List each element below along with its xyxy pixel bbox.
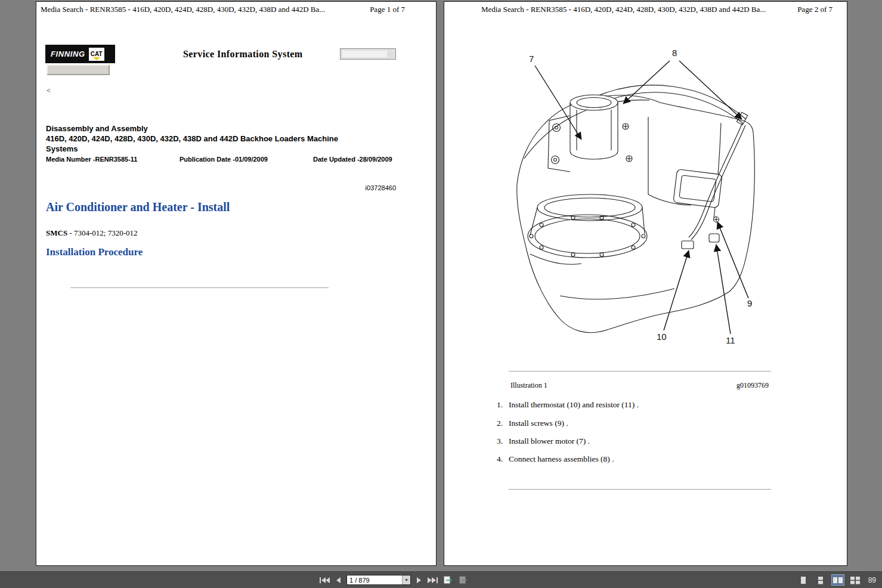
document-id: i03728460 bbox=[366, 184, 396, 191]
thermostat-part bbox=[682, 241, 694, 249]
previous-view-button[interactable] bbox=[443, 575, 453, 584]
next-view-button[interactable] bbox=[459, 575, 469, 584]
step-item-1: 1. Install thermostat (10) and resistor … bbox=[497, 400, 639, 410]
horizontal-rule bbox=[70, 287, 329, 288]
svg-text:10: 10 bbox=[657, 332, 667, 342]
cat-logo: CAT bbox=[89, 48, 104, 61]
publication-date: Publication Date -01/09/2009 bbox=[180, 156, 268, 163]
viewer-toolbar: ▾ 89 bbox=[0, 571, 882, 588]
finning-logo-text: FINNING bbox=[51, 49, 85, 58]
procedure-title: Installation Procedure bbox=[46, 246, 143, 258]
svg-text:9: 9 bbox=[747, 298, 752, 308]
illustration-label: Illustration 1 bbox=[510, 381, 547, 390]
last-page-button[interactable] bbox=[428, 577, 438, 584]
next-page-button[interactable] bbox=[416, 577, 422, 584]
cat-triangle-icon bbox=[93, 57, 100, 60]
single-page-view-button[interactable] bbox=[797, 575, 809, 585]
step-number: 1. bbox=[497, 400, 509, 410]
smcs-codes: - 7304-012; 7320-012 bbox=[67, 228, 137, 237]
step-text: Install blower motor (7) . bbox=[509, 437, 590, 446]
step-text: Connect harness assemblies (8) . bbox=[509, 454, 614, 464]
callout-11: 11 bbox=[716, 245, 735, 345]
page-1-header: Media Search - RENR3585 - 416D, 420D, 42… bbox=[36, 5, 436, 14]
back-link[interactable]: < bbox=[47, 86, 51, 95]
document-page-1: Media Search - RENR3585 - 416D, 420D, 42… bbox=[36, 1, 437, 566]
cat-logo-text: CAT bbox=[91, 51, 103, 57]
svg-text:7: 7 bbox=[529, 54, 534, 64]
page-number-combo[interactable]: ▾ bbox=[346, 575, 411, 585]
callout-8: 8 bbox=[623, 48, 742, 119]
media-number: Media Number -RENR3585-11 bbox=[46, 156, 137, 163]
smcs-line: SMCS - 7304-012; 7320-012 bbox=[46, 228, 137, 238]
two-page-continuous-view-button[interactable] bbox=[849, 575, 861, 585]
header-search-field[interactable] bbox=[340, 48, 396, 60]
blower-motor-part bbox=[570, 95, 618, 159]
resistor-part bbox=[709, 234, 719, 242]
step-number: 4. bbox=[497, 454, 509, 464]
section-title: Air Conditioner and Heater - Install bbox=[46, 200, 230, 214]
page-2-header: Media Search - RENR3585 - 416D, 420D, 42… bbox=[444, 5, 847, 14]
doc-title: Disassembly and Assembly bbox=[46, 124, 148, 133]
doc-subtitle-line2: Systems bbox=[46, 144, 78, 153]
horizontal-rule bbox=[509, 489, 771, 490]
page-number-input[interactable] bbox=[347, 577, 402, 584]
horizontal-rule bbox=[509, 371, 771, 372]
zoom-status: 89 bbox=[868, 576, 876, 584]
page-1-header-title: Media Search - RENR3585 - 416D, 420D, 42… bbox=[41, 5, 325, 14]
fan-housing-ring bbox=[528, 215, 647, 258]
continuous-view-button[interactable] bbox=[815, 575, 827, 585]
sis-title: Service Information System bbox=[183, 49, 303, 60]
page-layout-group: 89 bbox=[797, 575, 876, 585]
date-updated: Date Updated -28/09/2009 bbox=[313, 156, 392, 163]
callout-10: 10 bbox=[657, 250, 689, 342]
svg-text:11: 11 bbox=[726, 335, 735, 345]
step-item-2: 2. Install screws (9) . bbox=[497, 419, 568, 428]
combo-dropdown-arrow-icon[interactable]: ▾ bbox=[402, 575, 410, 584]
two-page-view-button[interactable] bbox=[832, 575, 844, 585]
finning-cat-logo: FINNING CAT bbox=[45, 45, 115, 63]
page-navigation-group: ▾ bbox=[320, 575, 469, 585]
previous-page-button[interactable] bbox=[335, 577, 341, 584]
illustration-number: g01093769 bbox=[736, 381, 769, 390]
step-number: 2. bbox=[497, 419, 509, 428]
first-page-button[interactable] bbox=[320, 577, 330, 584]
step-text: Install screws (9) . bbox=[509, 419, 568, 428]
doc-subtitle-line1: 416D, 420D, 424D, 428D, 430D, 432D, 438D… bbox=[46, 134, 338, 143]
blower-motor-diagram: 7 8 9 10 11 bbox=[506, 45, 781, 367]
page-1-header-page-count: Page 1 of 7 bbox=[370, 5, 405, 14]
resistor-cover bbox=[673, 169, 722, 208]
step-item-3: 3. Install blower motor (7) . bbox=[497, 437, 590, 446]
step-item-4: 4. Connect harness assemblies (8) . bbox=[497, 454, 614, 464]
document-page-2: Media Search - RENR3585 - 416D, 420D, 42… bbox=[444, 1, 847, 566]
smcs-label: SMCS bbox=[46, 228, 67, 237]
logo-toolbar-button[interactable] bbox=[47, 64, 110, 75]
svg-text:8: 8 bbox=[672, 48, 677, 58]
page-2-header-page-count: Page 2 of 7 bbox=[797, 5, 833, 14]
step-text: Install thermostat (10) and resistor (11… bbox=[509, 400, 639, 410]
step-number: 3. bbox=[497, 437, 509, 446]
page-2-header-title: Media Search - RENR3585 - 416D, 420D, 42… bbox=[481, 5, 766, 14]
